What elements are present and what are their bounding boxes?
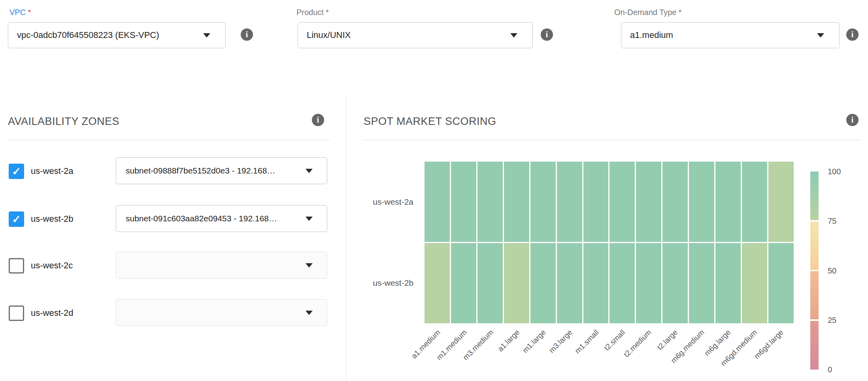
spot-market-scoring-info-icon[interactable]: i [846,114,859,126]
product-label: Product* [296,8,329,17]
info-glyph: i [246,30,248,39]
spot-market-scoring-rule [362,140,861,140]
heatmap-cell-us-west-2b-m6gd.medium [742,243,767,323]
az-label: us-west-2c [31,252,73,279]
heatmap-cell-us-west-2b-m6g.large [715,243,741,323]
heatmap-cell-us-west-2b-m3.large [557,243,582,323]
subnet-select-value: subnet-09888f7be5152d0e3 - 192.168… [116,166,304,175]
chevron-down-icon [306,311,313,315]
subnet-select-us-west-2d[interactable] [116,299,327,326]
product-label-text: Product [296,8,324,17]
heatmap-cell-us-west-2b-m3.medium [477,243,503,323]
heatmap-scale-tick-50: 50 [828,266,836,275]
spot-market-scoring-title: SPOT MARKET SCORING [364,115,496,128]
heatmap-cell-us-west-2a-t2.large [662,162,688,242]
product-select-value: Linux/UNIX [298,30,378,40]
vpc-info-icon[interactable]: i [241,28,253,41]
az-row-us-west-2d: us-west-2d [0,299,334,326]
heatmap-cell-us-west-2a-t2.small [609,162,635,242]
vpc-select[interactable]: vpc-0adcb70f645508223 (EKS-VPC) [8,22,226,48]
az-row-us-west-2b: ✓ us-west-2b subnet-091c603aa82e09453 - … [0,205,334,232]
heatmap-cell-us-west-2b-a1.large [504,243,529,323]
heatmap-color-scale [810,172,819,370]
az-checkbox-us-west-2a[interactable]: ✓ [9,164,24,179]
heatmap-scale-tick-75: 75 [828,217,836,226]
heatmap-cell-us-west-2b-a1.medium [425,243,450,323]
on-demand-type-info-icon[interactable]: i [846,28,859,41]
heatmap-y-label-us-west-2a: us-west-2a [295,197,413,207]
heatmap-cell-us-west-2a-m6gd.large [768,162,794,242]
vpc-select-value: vpc-0adcb70f645508223 (EKS-VPC) [8,30,187,40]
az-row-us-west-2a: ✓ us-west-2a subnet-09888f7be5152d0e3 - … [0,157,334,184]
on-demand-type-select[interactable]: a1.medium [621,22,840,48]
heatmap-cell-us-west-2a-m1.large [530,162,556,242]
heatmap-cell-us-west-2a-m6gd.medium [742,162,767,242]
heatmap-cell-us-west-2a-t2.medium [636,162,661,242]
info-glyph: i [851,116,854,124]
vpc-required-marker: * [28,8,31,17]
availability-zones-info-icon[interactable]: i [312,114,324,126]
product-info-icon[interactable]: i [541,28,553,41]
on-demand-type-label-text: On-Demand Type [614,8,677,17]
heatmap-cell-us-west-2b-t2.large [662,243,688,323]
availability-zones-title: AVAILABILITY ZONES [8,115,119,128]
vpc-label: VPC* [9,8,31,17]
heatmap-cell-us-west-2b-m1.large [530,243,556,323]
heatmap-cell-us-west-2a-m3.medium [477,162,503,242]
chevron-down-icon [203,33,210,38]
heatmap-scale-tick-100: 100 [828,167,841,176]
heatmap-scale-tick-0: 0 [828,365,832,374]
product-select[interactable]: Linux/UNIX [298,22,533,48]
chevron-down-icon [306,169,313,173]
heatmap-y-label-us-west-2b: us-west-2b [295,278,413,288]
info-glyph: i [851,30,854,39]
heatmap-cell-us-west-2b-t2.medium [636,243,661,323]
heatmap-scale-tick-25: 25 [828,315,836,324]
az-label: us-west-2a [31,157,74,185]
az-label: us-west-2b [31,205,74,233]
on-demand-type-select-value: a1.medium [621,30,701,40]
info-glyph: i [546,30,548,39]
subnet-select-us-west-2b[interactable]: subnet-091c603aa82e09453 - 192.168… [116,205,327,232]
on-demand-type-label: On-Demand Type* [614,8,681,17]
heatmap-cell-us-west-2b-m1.medium [451,243,476,323]
chevron-down-icon [306,217,313,221]
availability-zones-rule [8,140,330,140]
heatmap-cell-us-west-2b-t2.small [609,243,635,323]
heatmap-cell-us-west-2a-a1.medium [425,162,450,242]
on-demand-type-required-marker: * [679,8,682,17]
az-row-us-west-2c: us-west-2c [0,252,334,279]
heatmap-cell-us-west-2a-m1.medium [451,162,476,242]
vpc-label-text: VPC [9,8,26,17]
az-checkbox-us-west-2c[interactable] [9,258,24,273]
info-glyph: i [317,116,319,124]
subnet-select-value: subnet-091c603aa82e09453 - 192.168… [116,214,306,223]
product-required-marker: * [326,8,329,17]
section-divider [346,97,346,381]
chevron-down-icon [510,33,517,38]
heatmap-cell-us-west-2a-m1.small [583,162,609,242]
chevron-down-icon [306,263,313,268]
heatmap-cell-us-west-2a-a1.large [504,162,529,242]
heatmap-cell-us-west-2b-m6gd.large [768,243,794,323]
heatmap [425,162,794,323]
heatmap-cell-us-west-2a-m6g.large [715,162,741,242]
heatmap-cell-us-west-2a-m3.large [557,162,582,242]
az-label: us-west-2d [31,299,74,327]
az-checkbox-us-west-2d[interactable] [9,306,24,321]
chevron-down-icon [817,33,824,38]
subnet-select-us-west-2a[interactable]: subnet-09888f7be5152d0e3 - 192.168… [116,157,327,184]
heatmap-cell-us-west-2b-m6g.medium [689,243,714,323]
heatmap-cell-us-west-2b-m1.small [583,243,609,323]
az-checkbox-us-west-2b[interactable]: ✓ [9,211,24,227]
heatmap-cell-us-west-2a-m6g.medium [689,162,714,242]
subnet-select-us-west-2c[interactable] [116,252,327,279]
